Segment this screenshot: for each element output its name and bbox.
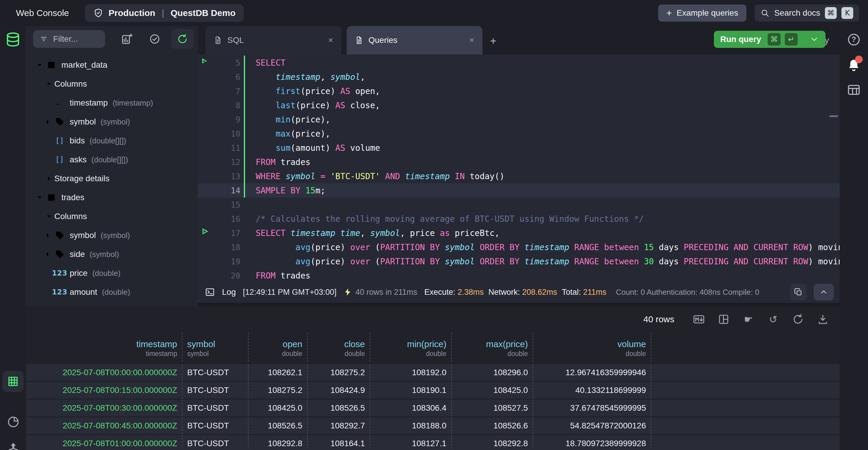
- pointer-icon[interactable]: ☛: [742, 313, 755, 326]
- table-cell[interactable]: 2025-07-08T01:00:00.000000Z: [26, 435, 182, 450]
- table-cell[interactable]: 108296.0: [452, 364, 533, 381]
- table-cell[interactable]: 37.67478545999995: [533, 400, 651, 416]
- help-button[interactable]: ?: [847, 32, 861, 47]
- chevron-right-icon[interactable]: [42, 249, 53, 260]
- table-cell[interactable]: BTC-USDT: [182, 364, 249, 381]
- code-line-8[interactable]: 8 last(price) AS close,: [198, 98, 840, 112]
- table-cell[interactable]: 108526.5: [249, 418, 308, 434]
- table-cell[interactable]: BTC-USDT: [182, 400, 249, 416]
- table-cell[interactable]: 108275.2: [249, 382, 308, 398]
- add-metrics-button[interactable]: [121, 33, 133, 45]
- refresh-schema-button[interactable]: [171, 29, 194, 49]
- tab-sql[interactable]: SQL×: [206, 26, 341, 54]
- tree-item-market-data[interactable]: market_data: [26, 56, 198, 75]
- layout-columns-icon[interactable]: [717, 313, 730, 326]
- table-cell[interactable]: 108425.0: [249, 400, 308, 416]
- chevron-down-icon[interactable]: [34, 192, 45, 203]
- code-line-14[interactable]: 14SAMPLE BY 15m;: [198, 183, 840, 197]
- refresh2-icon[interactable]: [792, 313, 804, 326]
- new-tab-button[interactable]: +: [490, 35, 496, 47]
- table-cell[interactable]: 108306.4: [370, 400, 452, 416]
- table-cell[interactable]: 108424.9: [308, 382, 370, 398]
- table-cell[interactable]: 108526.6: [452, 418, 533, 434]
- table-cell[interactable]: 40.1332118699999: [533, 382, 651, 398]
- code-line-9[interactable]: 9 min(price),: [198, 112, 840, 126]
- close-tab-icon[interactable]: ×: [469, 35, 474, 45]
- code-line-15[interactable]: 15: [198, 197, 840, 212]
- code-line-17[interactable]: 17SELECT timestamp time, symbol, price a…: [198, 226, 840, 240]
- table-cell[interactable]: 108275.2: [308, 364, 370, 381]
- code-line-6[interactable]: 6 timestamp, symbol,: [198, 70, 840, 84]
- search-docs-button[interactable]: Search docs ⌘ K: [755, 4, 859, 22]
- notifications-button[interactable]: [847, 58, 861, 72]
- table-cell[interactable]: 108192.0: [370, 364, 452, 381]
- code-line-5[interactable]: 5SELECT: [198, 56, 840, 70]
- instance-pill[interactable]: Production | QuestDB Demo: [85, 4, 244, 22]
- collapse-log-button[interactable]: [814, 284, 834, 301]
- tree-item-side[interactable]: side(symbol): [26, 245, 198, 264]
- table-cell[interactable]: 18.780972389999928: [533, 435, 651, 450]
- table-cell[interactable]: 108527.5: [452, 400, 533, 416]
- code-line-18[interactable]: 18 avg(price) over (PARTITION BY symbol …: [198, 240, 840, 254]
- tree-item-storage-details[interactable]: Storage details: [26, 169, 198, 188]
- tree-item-columns[interactable]: Columns: [26, 75, 198, 93]
- filter-input[interactable]: Filter...: [33, 30, 105, 48]
- table-cell[interactable]: 108164.1: [308, 435, 370, 450]
- table-cell[interactable]: 2025-07-08T00:15:00.000000Z: [26, 382, 182, 398]
- md-download-icon[interactable]: [693, 313, 705, 326]
- table-cell[interactable]: 108190.1: [370, 382, 452, 398]
- example-queries-button[interactable]: + Example queries: [658, 4, 746, 22]
- code-line-19[interactable]: 19 avg(price) over (PARTITION BY symbol …: [198, 254, 840, 269]
- run-query-button[interactable]: Run query ⌘ ↵: [714, 31, 826, 48]
- query-success-marker-icon[interactable]: [201, 57, 210, 68]
- close-tab-icon[interactable]: ×: [328, 35, 333, 45]
- table-cell[interactable]: 108425.0: [452, 382, 533, 398]
- chevron-right-icon[interactable]: [42, 116, 53, 127]
- table-cell[interactable]: BTC-USDT: [182, 418, 249, 434]
- chevron-down-icon[interactable]: [44, 211, 54, 222]
- code-line-12[interactable]: 12FROM trades: [198, 155, 840, 169]
- code-line-16[interactable]: 16/* Calculates the rolling moving avera…: [198, 212, 840, 226]
- table-cell[interactable]: 2025-07-08T00:30:00.000000Z: [26, 400, 182, 416]
- restore-icon[interactable]: ↺: [767, 313, 779, 326]
- tree-item-amount[interactable]: 123amount(double): [26, 283, 198, 302]
- copy-log-button[interactable]: [790, 284, 807, 301]
- code-line-20[interactable]: 20FROM trades: [198, 269, 840, 281]
- table-cell[interactable]: 12.967416359999946: [533, 364, 651, 381]
- table-cell[interactable]: 108262.1: [249, 364, 308, 381]
- table-cell[interactable]: BTC-USDT: [182, 382, 249, 398]
- table-cell[interactable]: 108127.1: [370, 435, 452, 450]
- select-tables-button[interactable]: [149, 33, 161, 45]
- code-line-7[interactable]: 7 first(price) AS open,: [198, 84, 840, 98]
- table-panel-button[interactable]: [847, 83, 861, 97]
- code-line-10[interactable]: 10 max(price),: [198, 126, 840, 141]
- tree-item-asks[interactable]: []asks(double[][]): [26, 150, 198, 169]
- sql-editor[interactable]: 5SELECT6 timestamp, symbol,7 first(price…: [198, 54, 840, 281]
- editor-scrollbar-thumb[interactable]: [830, 115, 838, 117]
- chevron-right-icon[interactable]: [44, 173, 54, 184]
- tab-queries[interactable]: Queries×: [347, 26, 483, 54]
- table-cell[interactable]: 2025-07-08T00:00:00.000000Z: [26, 364, 182, 381]
- table-cell[interactable]: 108188.0: [370, 418, 452, 434]
- table-cell[interactable]: 108292.8: [249, 435, 308, 450]
- chevron-right-icon[interactable]: [42, 230, 53, 241]
- table-cell[interactable]: 108292.8: [452, 435, 533, 450]
- questdb-logo-icon[interactable]: [5, 31, 21, 48]
- run-line-marker-icon[interactable]: [201, 228, 210, 238]
- tree-item-columns[interactable]: Columns: [26, 207, 198, 226]
- table-cell[interactable]: 54.82547872000126: [533, 418, 651, 434]
- table-cell[interactable]: 2025-07-08T00:45:00.000000Z: [26, 418, 182, 434]
- tree-item-price[interactable]: 123price(double): [26, 264, 198, 283]
- table-cell[interactable]: BTC-USDT: [182, 435, 249, 450]
- chart-view-button[interactable]: [6, 415, 20, 429]
- tree-item-timestamp[interactable]: timestamp(timestamp): [26, 93, 198, 112]
- chevron-down-icon[interactable]: [44, 79, 54, 89]
- tree-item-symbol[interactable]: symbol(symbol): [26, 112, 198, 131]
- code-line-11[interactable]: 11 sum(amount) AS volume: [198, 141, 840, 155]
- chevron-down-icon[interactable]: [34, 60, 45, 71]
- tree-item-bids[interactable]: []bids(double[][]): [26, 131, 198, 150]
- tree-item-timestamp[interactable]: timestamp(timestamp): [26, 302, 198, 306]
- code-line-13[interactable]: 13WHERE symbol = 'BTC-USDT' AND timestam…: [198, 169, 840, 183]
- tree-item-symbol[interactable]: symbol(symbol): [26, 226, 198, 245]
- import-button[interactable]: [6, 441, 20, 450]
